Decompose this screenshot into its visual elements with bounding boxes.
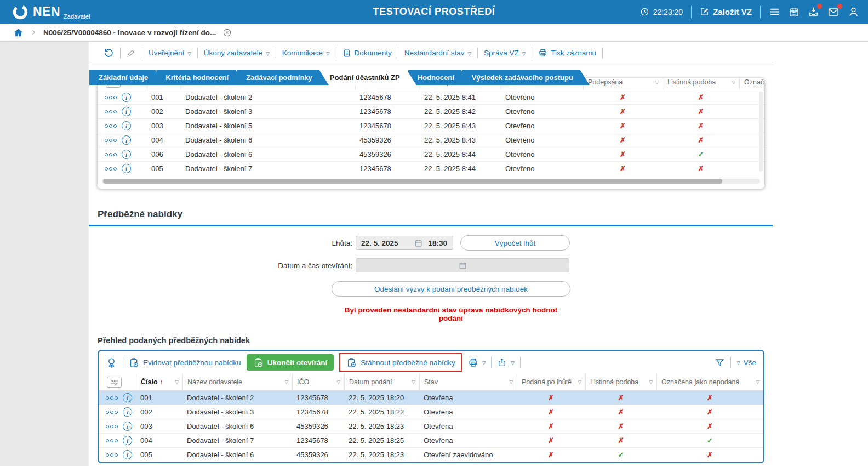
user-icon[interactable] — [848, 6, 859, 18]
column-header[interactable]: Podaná po lhůtě▽ — [517, 374, 585, 390]
column-header[interactable]: Datum podání▽ — [344, 374, 419, 390]
tab-zakladni-udaje[interactable]: Základní údaje — [89, 70, 164, 85]
table-row[interactable]: i003Dodavatel - školení 51234567822. 5. … — [98, 118, 764, 133]
tab-hodnoceni[interactable]: Hodnocení — [408, 70, 471, 85]
close-tab-icon[interactable] — [222, 28, 232, 37]
pencil-icon[interactable] — [121, 48, 142, 58]
cell-flag: ✗ — [583, 122, 663, 130]
filter-caret-icon[interactable]: ▽ — [175, 379, 179, 385]
filter-caret-icon[interactable]: ▽ — [649, 379, 653, 385]
menu-nestandardni-stav[interactable]: Nestandardní stav▽ — [398, 49, 477, 57]
view-filter-dropdown[interactable]: ▽ Vše — [736, 359, 756, 367]
menu-ukony-zadavatele[interactable]: Úkony zadavatele▽ — [198, 49, 276, 57]
tab-kriteria-hodnoceni[interactable]: Kritéria hodnocení — [156, 70, 245, 85]
lhuta-datetime-field[interactable]: 22. 5. 2025 18:30 — [356, 236, 453, 250]
row-menu-icon[interactable] — [106, 411, 118, 414]
info-icon[interactable]: i — [122, 135, 131, 145]
filter-caret-icon[interactable]: ▽ — [756, 379, 760, 385]
table-row[interactable]: i002Dodavatel - školení 31234567822. 5. … — [98, 104, 764, 118]
row-menu-icon[interactable] — [105, 110, 117, 113]
filter-caret-icon[interactable]: ▽ — [412, 379, 415, 385]
tab-zadavaci-podminky[interactable]: Zadávací podmínky — [237, 70, 329, 85]
column-header[interactable]: Stav▽ — [419, 374, 517, 390]
table-row[interactable]: i004Dodavatel - školení 64535932622. 5. … — [98, 133, 764, 147]
menu-dokumenty[interactable]: Dokumenty — [336, 49, 398, 58]
table-row[interactable]: i002Dodavatel - školení 31234567822. 5. … — [99, 405, 763, 419]
info-icon[interactable]: i — [122, 93, 131, 102]
create-vz-button[interactable]: Založit VZ — [700, 7, 752, 16]
row-menu-icon[interactable] — [106, 453, 118, 457]
info-icon[interactable]: i — [123, 407, 132, 417]
column-header[interactable]: Listinná podoba▽ — [585, 374, 656, 390]
row-menu-icon[interactable] — [106, 425, 118, 428]
table-row[interactable]: i001Dodavatel - školení 21234567822. 5. … — [99, 391, 763, 405]
info-icon[interactable]: i — [123, 436, 132, 445]
menu-sprava-vz[interactable]: Správa VZ▽ — [478, 49, 532, 57]
column-header[interactable]: IČO▽ — [292, 374, 344, 390]
column-header[interactable]: Název dodavatele▽ — [182, 374, 292, 390]
row-menu-icon[interactable] — [105, 167, 117, 171]
row-actions: i — [99, 407, 136, 417]
column-header[interactable]: Číslo↑▽ — [136, 374, 182, 390]
row-menu-icon[interactable] — [105, 96, 117, 99]
column-settings-icon[interactable] — [107, 377, 122, 388]
award-icon[interactable] — [106, 357, 117, 368]
info-icon[interactable]: i — [122, 164, 131, 173]
row-menu-icon[interactable] — [106, 396, 118, 400]
row-menu-icon[interactable] — [105, 139, 117, 142]
cell-stav: Otevřeno — [501, 150, 583, 158]
menu-icon[interactable] — [769, 6, 780, 18]
table-header: Číslo↑▽Název dodavatele▽IČO▽Datum podání… — [99, 374, 763, 391]
vertical-scrollbar[interactable] — [759, 92, 763, 172]
info-icon[interactable]: i — [123, 393, 132, 402]
print-record-button[interactable]: Tisk záznamu — [532, 48, 602, 58]
table-row[interactable]: i004Dodavatel - školení 71234567822. 5. … — [99, 433, 763, 447]
export-table-button[interactable]: ▽ — [497, 357, 515, 367]
filter-caret-icon[interactable]: ▽ — [336, 379, 340, 385]
stahnout-nabidky-highlighted[interactable]: Stáhnout předběžné nabídky — [339, 353, 462, 372]
row-menu-icon[interactable] — [106, 439, 118, 442]
calendar-icon[interactable] — [789, 7, 800, 18]
ukoncit-otevirani-button[interactable]: Ukončit otevírání — [247, 354, 334, 371]
row-menu-icon[interactable] — [105, 124, 117, 128]
table-row[interactable]: i005Dodavatel - školení 71234567822. 5. … — [98, 161, 764, 175]
tab-podani-ucastniku-zp[interactable]: Podání účastníků ZP — [321, 70, 416, 85]
history-icon[interactable] — [98, 48, 120, 58]
home-icon[interactable] — [13, 27, 24, 38]
lhuta-time-value[interactable]: 18:30 — [422, 239, 453, 247]
filter-caret-icon[interactable]: ▽ — [509, 379, 513, 385]
scrollbar-thumb[interactable] — [103, 179, 722, 184]
lhuta-date-value[interactable]: 22. 5. 2025 — [356, 239, 414, 247]
evidovat-nabidku-button[interactable]: Evidovat předběžnou nabídku — [129, 357, 241, 368]
menu-uverejneni[interactable]: Uveřejnění▽ — [142, 49, 197, 57]
inbox-download-icon[interactable] — [808, 6, 819, 18]
funnel-icon[interactable] — [715, 357, 725, 368]
cell-flag: ✗ — [585, 436, 656, 445]
mail-icon[interactable] — [827, 6, 840, 18]
table-row[interactable]: i006Dodavatel - školení 64535932622. 5. … — [98, 147, 764, 161]
calendar-icon[interactable] — [414, 239, 422, 247]
info-icon[interactable]: i — [122, 150, 131, 159]
print-table-button[interactable]: ▽ — [468, 357, 486, 368]
row-menu-icon[interactable] — [105, 153, 117, 156]
filter-caret-icon[interactable]: ▽ — [578, 379, 581, 385]
tab-vysledek-zadavaciho-postupu[interactable]: Výsledek zadávacího postupu — [462, 70, 590, 85]
vypocet-lhut-button[interactable]: Výpočet lhůt — [460, 235, 570, 251]
nen-logo[interactable]: NEN Zadavatel — [12, 4, 91, 20]
breadcrumb-item[interactable]: N006/25/V00004860 - Inovace v rozvoji ří… — [43, 29, 216, 37]
info-icon[interactable]: i — [123, 450, 132, 459]
table-row[interactable]: i001Dodavatel - školení 21234567822. 5. … — [98, 90, 764, 104]
cell-flag: ✗ — [583, 136, 663, 144]
cross-icon: ✗ — [548, 408, 554, 416]
info-icon[interactable]: i — [122, 121, 131, 130]
horizontal-scrollbar[interactable] — [102, 179, 760, 184]
table-row[interactable]: i003Dodavatel - školení 64535932622. 5. … — [99, 419, 763, 433]
column-header[interactable]: Označena jako nepodaná▽ — [656, 374, 763, 390]
odeslani-vyzvy-button[interactable]: Odeslání výzvy k podání předběžných nabí… — [332, 281, 570, 297]
menu-komunikace[interactable]: Komunikace▽ — [276, 49, 336, 57]
info-icon[interactable]: i — [122, 107, 131, 116]
info-icon[interactable]: i — [123, 422, 132, 431]
filter-caret-icon[interactable]: ▽ — [284, 379, 288, 385]
table-row[interactable]: i005Dodavatel - školení 64535932622. 5. … — [99, 447, 763, 462]
cross-icon: ✗ — [548, 394, 554, 402]
